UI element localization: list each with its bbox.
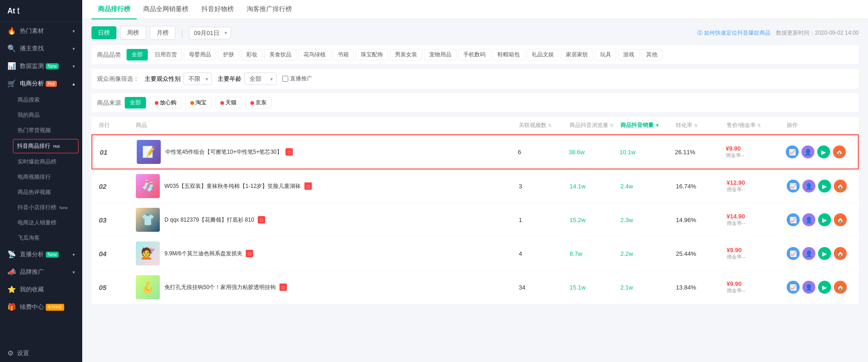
sidebar-sub-douyin-product-rank[interactable]: 抖音商品排行 Hot bbox=[13, 139, 79, 153]
cat-baby[interactable]: 母婴用品 bbox=[184, 49, 216, 60]
sidebar-item-brand[interactable]: 📣 品牌推广 ▾ bbox=[0, 263, 82, 281]
trend-btn-04[interactable]: 📈 bbox=[787, 247, 800, 260]
cat-food[interactable]: 美食饮品 bbox=[264, 49, 297, 60]
video-btn-05[interactable]: ▶ bbox=[818, 281, 831, 294]
th-product: 商品 bbox=[136, 121, 519, 129]
sidebar-item-streamer-search[interactable]: 🔍 播主查找 ▾ bbox=[0, 40, 82, 57]
trend-btn-05[interactable]: 📈 bbox=[787, 281, 800, 294]
cat-pets[interactable]: 宠物用品 bbox=[424, 49, 456, 60]
cat-gifts[interactable]: 礼品文娱 bbox=[527, 49, 559, 60]
cat-digital[interactable]: 手机数码 bbox=[458, 49, 491, 60]
shop-btn-01[interactable]: 🏠 bbox=[833, 145, 846, 158]
anchor-btn-04[interactable]: 👤 bbox=[802, 247, 815, 260]
cat-fashion[interactable]: 男装女装 bbox=[390, 49, 422, 60]
sidebar-sub-my-products[interactable]: 我的商品 bbox=[0, 108, 82, 123]
cat-home[interactable]: 家居家纺 bbox=[561, 49, 593, 60]
th-related-views[interactable]: 关联视频数 ⇅ bbox=[519, 121, 570, 129]
live-icon: 📡 bbox=[7, 250, 16, 259]
sidebar-item-data-monitor[interactable]: 📊 数据监测 New ▾ bbox=[0, 57, 82, 75]
btn-daily[interactable]: 日榜 bbox=[91, 26, 116, 39]
video-btn-01[interactable]: ▶ bbox=[817, 145, 830, 158]
source-tmall[interactable]: 天猫 bbox=[215, 97, 242, 109]
sidebar-item-hot-material[interactable]: 🔥 热门素材 ▾ bbox=[0, 22, 82, 40]
tab-taobao-promo[interactable]: 淘客推广排行榜 bbox=[240, 0, 298, 19]
source-jd[interactable]: 京东 bbox=[245, 97, 272, 109]
product-name-03: D qqx 812379【花瓣领】打底衫 810 bbox=[164, 217, 254, 223]
anchor-btn-01[interactable]: 👤 bbox=[801, 145, 814, 158]
product-tag-03: □ bbox=[258, 216, 265, 223]
tab-product-rank[interactable]: 商品排行榜 bbox=[91, 0, 137, 19]
trend-btn-01[interactable]: 📈 bbox=[786, 145, 799, 158]
conversion-05: 13.84% bbox=[676, 284, 727, 291]
sidebar-sub-hot-carrier[interactable]: 热门带货视频 bbox=[0, 123, 82, 138]
product-img-01: 📝 bbox=[137, 140, 161, 164]
live-promo-label: 直播推广 bbox=[290, 75, 312, 83]
sidebar-sub-product-search[interactable]: 商品搜索 bbox=[0, 92, 82, 108]
video-btn-04[interactable]: ▶ bbox=[818, 247, 831, 260]
shop-btn-02[interactable]: 🏠 bbox=[834, 180, 847, 193]
sidebar-sub-shop-rank[interactable]: 抖音小店排行榜 New bbox=[0, 200, 82, 215]
cat-flowers[interactable]: 花鸟绿植 bbox=[298, 49, 331, 60]
source-fxg[interactable]: 放心购 bbox=[150, 97, 182, 109]
date-select[interactable]: 09月01日 bbox=[189, 27, 231, 39]
gender-label: 主要观众性别 bbox=[145, 75, 181, 83]
cat-games[interactable]: 游戏 bbox=[618, 49, 639, 60]
trend-btn-03[interactable]: 📈 bbox=[787, 213, 800, 226]
age-select[interactable]: 全部18-2425-3031-4040+ bbox=[244, 72, 277, 85]
help-link[interactable]: 如何快速定位抖音爆款商品 bbox=[697, 29, 771, 37]
cat-shoes[interactable]: 鞋帽箱包 bbox=[492, 49, 525, 60]
cat-makeup[interactable]: 彩妆 bbox=[241, 49, 262, 60]
cat-toys[interactable]: 玩具 bbox=[595, 49, 616, 60]
th-conversion[interactable]: 转化率 ⇅ bbox=[676, 121, 727, 129]
sidebar-item-ecommerce-analysis[interactable]: 🛒 电商分析 Hot ▴ bbox=[0, 75, 82, 92]
cat-books[interactable]: 书籍 bbox=[333, 49, 354, 60]
price-cell-02: ¥12.90 佣金率-- bbox=[727, 179, 787, 193]
cat-other[interactable]: 其他 bbox=[641, 49, 662, 60]
th-price-commission[interactable]: 售价/佣金率 ⇅ bbox=[727, 121, 787, 129]
shop-btn-04[interactable]: 🏠 bbox=[834, 247, 847, 260]
rank-03: 03 bbox=[99, 216, 136, 224]
video-btn-02[interactable]: ▶ bbox=[818, 180, 831, 193]
tab-douyin-good[interactable]: 抖音好物榜 bbox=[195, 0, 240, 19]
badge-new2: New bbox=[58, 205, 69, 211]
badge-new: New bbox=[46, 63, 59, 69]
th-product-views[interactable]: 商品抖音浏览量 ⇅ bbox=[570, 121, 620, 129]
cat-all[interactable]: 全部 bbox=[127, 49, 148, 60]
sidebar-sub-realtime[interactable]: 实时爆款商品榜 bbox=[0, 154, 82, 169]
live-promo-checkbox-label[interactable]: 直播推广 bbox=[282, 75, 312, 83]
badge-hot2: Hot bbox=[52, 144, 61, 149]
shop-btn-05[interactable]: 🏠 bbox=[834, 281, 847, 294]
sidebar-sub-talent-rank[interactable]: 电商达人销量榜 bbox=[0, 215, 82, 230]
trend-btn-02[interactable]: 📈 bbox=[787, 180, 800, 193]
source-all[interactable]: 全部 bbox=[125, 97, 146, 109]
price-03: ¥14.90 bbox=[727, 213, 787, 220]
sidebar-item-live-analysis[interactable]: 📡 直播分析 New ▾ bbox=[0, 246, 82, 263]
sidebar-sub-ecommerce-video[interactable]: 电商视频排行 bbox=[0, 169, 82, 185]
sidebar-label-live-analysis: 直播分析 bbox=[20, 250, 44, 259]
live-promo-checkbox[interactable] bbox=[282, 76, 288, 82]
sidebar-sub-feigua[interactable]: 飞瓜淘客 bbox=[0, 230, 82, 246]
badge-hot: Hot bbox=[46, 81, 57, 87]
anchor-btn-02[interactable]: 👤 bbox=[802, 180, 815, 193]
cat-skincare[interactable]: 护肤 bbox=[218, 49, 239, 60]
cat-jewelry[interactable]: 珠宝配饰 bbox=[356, 49, 388, 60]
sidebar-item-bottom[interactable]: ⚙ 设置 bbox=[0, 344, 82, 362]
cat-daily[interactable]: 日用百货 bbox=[150, 49, 182, 60]
anchor-btn-05[interactable]: 👤 bbox=[802, 281, 815, 294]
anchor-btn-03[interactable]: 👤 bbox=[802, 213, 815, 226]
sort-icon-conversion: ⇅ bbox=[694, 123, 698, 128]
tab-product-sales-rank[interactable]: 商品全网销量榜 bbox=[137, 0, 195, 19]
source-taobao[interactable]: 淘宝 bbox=[185, 97, 212, 109]
video-btn-03[interactable]: ▶ bbox=[818, 213, 831, 226]
source-label: 商品来源 bbox=[97, 99, 121, 107]
search-icon: 🔍 bbox=[7, 44, 16, 53]
sidebar-sub-product-review[interactable]: 商品热评视频 bbox=[0, 185, 82, 200]
th-product-sales[interactable]: 商品抖音销量 ▼ bbox=[620, 121, 676, 129]
btn-monthly[interactable]: 月榜 bbox=[150, 26, 176, 40]
sidebar-item-upgrade[interactable]: 🎁 续费中心 年付6折 bbox=[0, 298, 82, 316]
sidebar-item-favorites[interactable]: ⭐ 我的收藏 bbox=[0, 281, 82, 298]
gender-select[interactable]: 不限男女 bbox=[183, 72, 212, 85]
shop-btn-03[interactable]: 🏠 bbox=[834, 213, 847, 226]
btn-weekly[interactable]: 周榜 bbox=[120, 26, 146, 40]
product-views-04: 8.7w bbox=[570, 250, 620, 257]
